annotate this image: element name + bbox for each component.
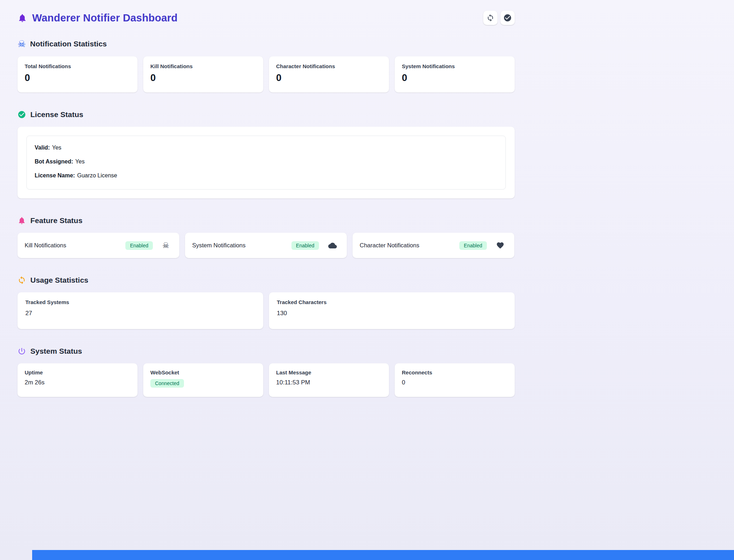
status-check-button[interactable]	[500, 11, 515, 25]
check-circle-green-icon	[18, 110, 26, 119]
section-heading: Feature Status	[18, 216, 515, 225]
section-title: Notification Statistics	[30, 40, 107, 48]
usage-label: Tracked Systems	[25, 299, 255, 305]
system-label: Last Message	[276, 369, 382, 375]
license-field-label: Valid:	[35, 145, 50, 151]
sync-amber-icon	[18, 276, 26, 284]
system-card-last-message: Last Message 10:11:53 PM	[269, 363, 389, 397]
feature-card-system-notifications: System Notifications Enabled	[185, 233, 347, 258]
power-icon	[18, 347, 26, 355]
status-badge: Enabled	[125, 241, 153, 250]
system-card-websocket: WebSocket Connected	[143, 363, 263, 397]
license-status-section: License Status Valid:Yes Bot Assigned:Ye…	[18, 110, 515, 198]
dashboard-page: Wanderer Notifier Dashboard ☠ Notificati…	[18, 0, 515, 397]
refresh-icon	[486, 14, 494, 22]
bell-icon	[18, 13, 27, 23]
section-title: Usage Statistics	[30, 276, 88, 284]
usage-card-tracked-systems: Tracked Systems 27	[18, 292, 263, 329]
license-card: Valid:Yes Bot Assigned:Yes License Name:…	[18, 127, 515, 198]
usage-value: 130	[277, 310, 507, 317]
license-bot-assigned-row: Bot Assigned:Yes	[35, 158, 498, 165]
license-name-row: License Name:Guarzo License	[35, 172, 498, 179]
section-title: System Status	[30, 347, 82, 355]
stat-value: 0	[276, 72, 382, 84]
section-heading: ☠ Notification Statistics	[18, 39, 515, 49]
feature-label: Character Notifications	[360, 242, 459, 249]
license-field-value: Guarzo License	[77, 172, 117, 178]
bell-pink-icon	[18, 216, 26, 225]
stat-label: Kill Notifications	[150, 63, 256, 69]
license-field-value: Yes	[75, 158, 85, 165]
stat-value: 0	[402, 72, 508, 84]
header-title-group: Wanderer Notifier Dashboard	[18, 12, 178, 24]
header: Wanderer Notifier Dashboard	[18, 11, 515, 25]
usage-cards: Tracked Systems 27 Tracked Characters 13…	[18, 292, 515, 329]
system-value: 10:11:53 PM	[276, 379, 382, 386]
license-details-box: Valid:Yes Bot Assigned:Yes License Name:…	[26, 136, 506, 190]
section-heading: System Status	[18, 347, 515, 355]
notification-stat-cards: Total Notifications 0 Kill Notifications…	[18, 56, 515, 92]
notification-statistics-section: ☠ Notification Statistics Total Notifica…	[18, 39, 515, 92]
refresh-button[interactable]	[483, 11, 498, 25]
check-circle-icon	[503, 14, 512, 22]
feature-card-kill-notifications: Kill Notifications Enabled ☠	[18, 233, 179, 258]
system-card-uptime: Uptime 2m 26s	[18, 363, 138, 397]
stat-value: 0	[150, 72, 256, 84]
usage-label: Tracked Characters	[277, 299, 507, 305]
stat-label: Total Notifications	[25, 63, 130, 69]
stat-label: Character Notifications	[276, 63, 382, 69]
feature-card-character-notifications: Character Notifications Enabled	[353, 233, 514, 258]
system-value: 2m 26s	[25, 379, 130, 386]
status-badge: Enabled	[291, 241, 319, 250]
cloud-icon	[328, 241, 337, 250]
stat-card-total-notifications: Total Notifications 0	[18, 56, 138, 92]
page-title: Wanderer Notifier Dashboard	[32, 12, 178, 24]
websocket-status-badge: Connected	[150, 379, 184, 388]
skull-crossbones-icon: ☠	[18, 39, 26, 49]
stat-value: 0	[25, 72, 130, 84]
feature-label: System Notifications	[192, 242, 291, 249]
stat-card-system-notifications: System Notifications 0	[395, 56, 515, 92]
bottom-bar	[32, 550, 734, 560]
system-status-section: System Status Uptime 2m 26s WebSocket Co…	[18, 347, 515, 397]
system-card-reconnects: Reconnects 0	[395, 363, 515, 397]
stat-label: System Notifications	[402, 63, 508, 69]
stat-card-character-notifications: Character Notifications 0	[269, 56, 389, 92]
usage-card-tracked-characters: Tracked Characters 130	[269, 292, 515, 329]
skull-icon: ☠	[162, 242, 169, 249]
system-label: WebSocket	[150, 369, 256, 375]
section-heading: License Status	[18, 110, 515, 119]
section-title: License Status	[30, 110, 83, 119]
heart-icon	[496, 241, 504, 249]
usage-statistics-section: Usage Statistics Tracked Systems 27 Trac…	[18, 276, 515, 329]
header-actions	[483, 11, 515, 25]
system-label: Uptime	[25, 369, 130, 375]
license-field-label: Bot Assigned:	[35, 158, 73, 165]
feature-cards: Kill Notifications Enabled ☠ System Noti…	[18, 233, 515, 258]
license-field-value: Yes	[52, 145, 61, 151]
feature-status-section: Feature Status Kill Notifications Enable…	[18, 216, 515, 258]
system-label: Reconnects	[402, 369, 508, 375]
system-status-cards: Uptime 2m 26s WebSocket Connected Last M…	[18, 363, 515, 397]
license-valid-row: Valid:Yes	[35, 145, 498, 151]
feature-label: Kill Notifications	[25, 242, 125, 249]
system-value: 0	[402, 379, 508, 386]
section-heading: Usage Statistics	[18, 276, 515, 284]
section-title: Feature Status	[30, 216, 83, 225]
stat-card-kill-notifications: Kill Notifications 0	[143, 56, 263, 92]
status-badge: Enabled	[459, 241, 487, 250]
usage-value: 27	[25, 310, 255, 317]
license-field-label: License Name:	[35, 172, 75, 178]
